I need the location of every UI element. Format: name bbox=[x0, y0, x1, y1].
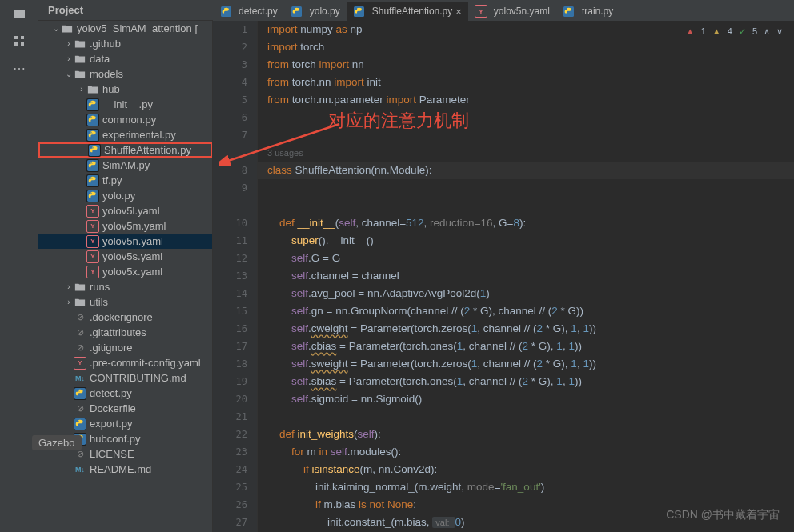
tree-item[interactable]: Yyolov5s.yaml bbox=[38, 249, 212, 264]
tree-item[interactable]: ⌄yolov5_SimAM_attention [ bbox=[38, 21, 212, 36]
line-number[interactable] bbox=[213, 197, 257, 214]
line-number[interactable]: 21 bbox=[213, 408, 257, 426]
tree-label: common.py bbox=[102, 114, 156, 126]
line-number[interactable]: 22 bbox=[213, 426, 257, 443]
tree-label: utils bbox=[90, 296, 108, 308]
tree-item[interactable]: ⊘Dockerfile bbox=[38, 401, 212, 416]
activity-bar: ⋯ bbox=[0, 0, 38, 532]
py-icon bbox=[88, 144, 101, 157]
editor-tab[interactable]: detect.py bbox=[213, 2, 284, 21]
line-number[interactable]: 16 bbox=[213, 320, 257, 338]
tree-item[interactable]: common.py bbox=[38, 112, 212, 127]
line-number[interactable]: 17 bbox=[213, 338, 257, 355]
tree-item[interactable]: ⊘.gitignore bbox=[38, 340, 212, 355]
close-icon[interactable]: × bbox=[455, 6, 462, 18]
tree-item[interactable]: detect.py bbox=[38, 386, 212, 401]
more-icon[interactable]: ⋯ bbox=[12, 61, 26, 75]
chevron-icon[interactable]: ⌄ bbox=[51, 24, 61, 33]
line-number[interactable]: 9 bbox=[213, 179, 257, 197]
py-icon bbox=[86, 190, 99, 202]
tree-item[interactable]: ›.github bbox=[38, 36, 212, 51]
chevron-icon[interactable]: › bbox=[64, 282, 74, 291]
tree-label: .github bbox=[90, 38, 121, 50]
editor-tabs: detect.pyyolo.pyShuffleAttention.py×Yyol… bbox=[213, 0, 794, 21]
tree-item[interactable]: Yyolov5l.yaml bbox=[38, 203, 212, 218]
gen-icon: ⊘ bbox=[74, 402, 86, 415]
chevron-icon[interactable]: › bbox=[64, 298, 74, 306]
line-number[interactable]: 19 bbox=[213, 373, 257, 390]
chevron-icon[interactable]: › bbox=[77, 85, 86, 94]
tree-item[interactable]: __init__.py bbox=[38, 97, 212, 112]
line-number[interactable]: 11 bbox=[213, 232, 257, 250]
line-number[interactable]: 2 bbox=[213, 38, 257, 56]
line-number[interactable]: 27 bbox=[213, 514, 257, 531]
tree-item[interactable]: ⌄models bbox=[38, 66, 212, 82]
line-number[interactable]: 3 bbox=[213, 56, 257, 74]
py-icon bbox=[291, 5, 303, 18]
tree-item[interactable]: SimAM.py bbox=[38, 158, 212, 173]
tree-item[interactable]: ShuffleAttention.py bbox=[38, 142, 212, 158]
svg-rect-0 bbox=[14, 36, 18, 39]
line-number[interactable]: 4 bbox=[213, 74, 257, 91]
chevron-icon[interactable]: › bbox=[64, 39, 74, 48]
py-icon bbox=[86, 98, 99, 111]
line-number[interactable]: 26 bbox=[213, 496, 257, 514]
editor-tab[interactable]: ShuffleAttention.py× bbox=[347, 2, 468, 21]
line-number[interactable]: 13 bbox=[213, 267, 257, 285]
tree-item[interactable]: ›runs bbox=[38, 279, 212, 294]
tree-item[interactable]: Y.pre-commit-config.yaml bbox=[38, 355, 212, 370]
line-number[interactable]: 20 bbox=[213, 390, 257, 408]
yaml-icon: Y bbox=[86, 220, 99, 233]
tree-item[interactable]: M↓README.md bbox=[38, 462, 212, 477]
yaml-icon: Y bbox=[74, 357, 86, 370]
line-number[interactable]: 10 bbox=[213, 214, 257, 232]
line-number[interactable]: 25 bbox=[213, 478, 257, 496]
tree-item[interactable]: M↓CONTRIBUTING.md bbox=[38, 370, 212, 386]
structure-icon[interactable] bbox=[12, 34, 26, 48]
project-tree[interactable]: ⌄yolov5_SimAM_attention [›.github›data⌄m… bbox=[38, 21, 213, 532]
line-number[interactable]: 24 bbox=[213, 461, 257, 478]
folder-icon[interactable] bbox=[12, 6, 26, 21]
editor-pane[interactable]: import numpy as np import torch from tor… bbox=[258, 21, 794, 532]
py-icon bbox=[86, 129, 99, 142]
chevron-icon[interactable]: › bbox=[64, 54, 74, 63]
tree-label: runs bbox=[90, 281, 110, 293]
tree-item[interactable]: tf.py bbox=[38, 173, 212, 188]
tree-label: Dockerfile bbox=[90, 402, 136, 414]
annotation-arrow bbox=[219, 120, 347, 168]
tree-item[interactable]: Yyolov5x.yaml bbox=[38, 264, 212, 279]
tree-item[interactable]: Yyolov5n.yaml bbox=[38, 234, 212, 249]
line-number[interactable]: 12 bbox=[213, 250, 257, 267]
tree-label: data bbox=[90, 53, 110, 65]
line-number[interactable]: 18 bbox=[213, 355, 257, 373]
line-number[interactable]: 23 bbox=[213, 443, 257, 461]
line-number[interactable]: 15 bbox=[213, 302, 257, 320]
tree-item[interactable]: Yyolov5m.yaml bbox=[38, 218, 212, 234]
inspection-status[interactable]: ▲1 ▲4 ✓5 ∧ ∨ bbox=[680, 22, 783, 40]
editor-tab[interactable]: train.py bbox=[556, 2, 620, 21]
line-number[interactable]: 5 bbox=[213, 91, 257, 109]
tree-item[interactable]: ⊘.dockerignore bbox=[38, 310, 212, 325]
tab-label: yolov5n.yaml bbox=[494, 6, 550, 17]
tree-item[interactable]: ⊘.gitattributes bbox=[38, 325, 212, 340]
warning-icon: ▲ bbox=[712, 26, 721, 36]
editor-tab[interactable]: yolo.py bbox=[284, 2, 347, 21]
chevron-up-icon[interactable]: ∧ bbox=[764, 26, 770, 37]
dir-icon bbox=[74, 38, 86, 50]
tree-item[interactable]: ›hub bbox=[38, 82, 212, 97]
editor-tab[interactable]: Yyolov5n.yaml bbox=[468, 2, 556, 21]
tab-label: train.py bbox=[582, 6, 613, 17]
svg-line-18 bbox=[226, 124, 339, 162]
tree-label: yolov5m.yaml bbox=[102, 220, 166, 232]
chevron-down-icon[interactable]: ∨ bbox=[776, 26, 783, 37]
line-number[interactable]: 1 bbox=[213, 21, 257, 38]
line-number[interactable]: 14 bbox=[213, 285, 257, 302]
tree-item[interactable]: yolo.py bbox=[38, 188, 212, 203]
py-icon bbox=[86, 114, 99, 126]
tree-label: export.py bbox=[90, 418, 132, 430]
tree-item[interactable]: ›data bbox=[38, 51, 212, 66]
tree-item[interactable]: experimental.py bbox=[38, 127, 212, 142]
chevron-icon[interactable]: ⌄ bbox=[64, 70, 74, 78]
tree-item[interactable]: export.py bbox=[38, 416, 212, 431]
tree-item[interactable]: ›utils bbox=[38, 294, 212, 310]
